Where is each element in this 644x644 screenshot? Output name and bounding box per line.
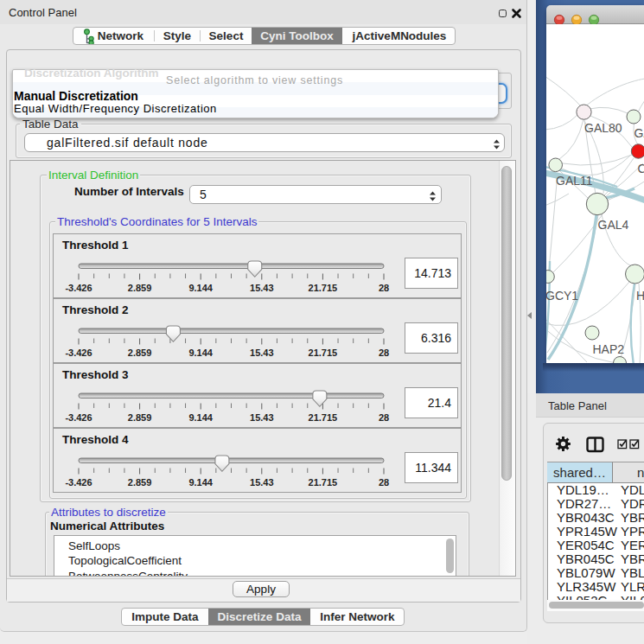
svg-text:15.43: 15.43 — [250, 283, 274, 293]
svg-text:9.144: 9.144 — [188, 283, 213, 293]
svg-text:-3.426: -3.426 — [65, 283, 92, 293]
svg-text:28: 28 — [379, 348, 389, 358]
svg-text:GAL4: GAL4 — [598, 218, 629, 232]
svg-text:15.43: 15.43 — [250, 412, 274, 423]
svg-text:28: 28 — [379, 412, 389, 423]
svg-text:-3.426: -3.426 — [65, 477, 92, 488]
svg-text:21.715: 21.715 — [309, 412, 338, 423]
svg-text:2.859: 2.859 — [128, 477, 152, 488]
svg-text:2.859: 2.859 — [128, 283, 152, 293]
svg-text:GAL80: GAL80 — [584, 121, 622, 135]
svg-text:GCY1: GCY1 — [546, 289, 578, 303]
svg-text:9.144: 9.144 — [188, 348, 213, 358]
svg-text:CY: CY — [638, 162, 644, 175]
svg-text:-3.426: -3.426 — [65, 348, 92, 358]
svg-text:9.144: 9.144 — [188, 412, 213, 423]
svg-text:28: 28 — [379, 477, 389, 488]
svg-text:15.43: 15.43 — [250, 348, 274, 358]
svg-text:2.859: 2.859 — [128, 412, 152, 423]
svg-text:GA: GA — [634, 126, 644, 140]
svg-text:21.715: 21.715 — [309, 348, 338, 358]
svg-text:2.859: 2.859 — [128, 348, 152, 358]
svg-text:9.144: 9.144 — [188, 477, 213, 488]
svg-text:15.43: 15.43 — [250, 477, 274, 488]
svg-text:H: H — [636, 289, 644, 303]
svg-text:21.715: 21.715 — [309, 283, 338, 293]
svg-text:21.715: 21.715 — [309, 477, 338, 488]
svg-text:HAP2: HAP2 — [593, 342, 625, 356]
svg-text:-3.426: -3.426 — [65, 412, 92, 423]
svg-text:28: 28 — [379, 283, 389, 293]
svg-text:GAL11: GAL11 — [556, 174, 593, 188]
